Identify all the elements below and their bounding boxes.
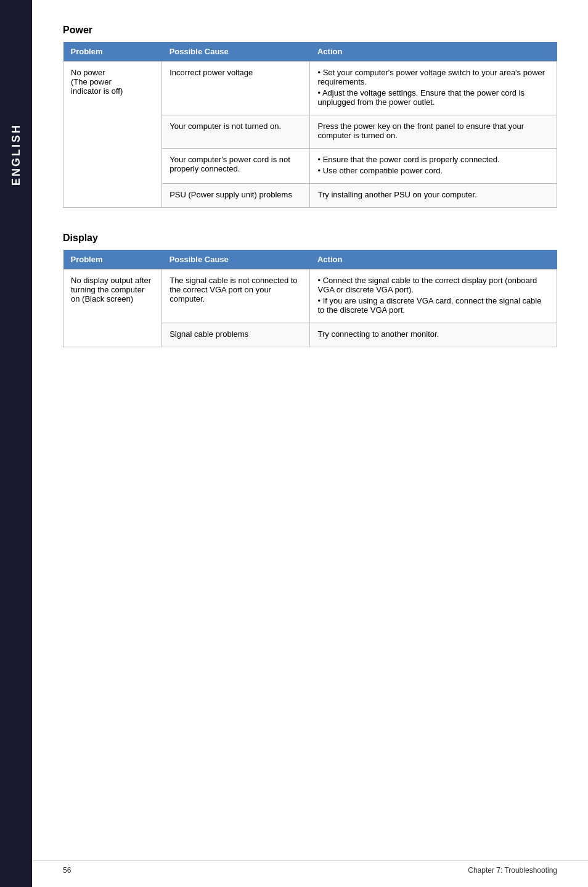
display-action-cell: Try connecting to another monitor. xyxy=(310,323,557,347)
power-header-cause: Possible Cause xyxy=(162,42,310,62)
power-header-problem: Problem xyxy=(63,42,162,62)
footer: 56 Chapter 7: Troubleshooting xyxy=(32,860,588,875)
table-row: No display output after turning the comp… xyxy=(63,270,557,323)
footer-chapter: Chapter 7: Troubleshooting xyxy=(468,866,557,875)
display-header-problem: Problem xyxy=(63,250,162,270)
display-table: Problem Possible Cause Action No display… xyxy=(63,250,557,347)
power-action-cell: • Ensure that the power cord is properly… xyxy=(310,149,557,184)
display-action-cell: • Connect the signal cable to the correc… xyxy=(310,270,557,323)
table-row: No power(The powerindicator is off)Incor… xyxy=(63,62,557,115)
display-table-header-row: Problem Possible Cause Action xyxy=(63,250,557,270)
power-table: Problem Possible Cause Action No power(T… xyxy=(63,42,557,208)
page-number: 56 xyxy=(63,866,71,875)
power-cause-cell: Your computer is not turned on. xyxy=(162,115,310,149)
power-action-cell: Try installing another PSU on your compu… xyxy=(310,184,557,208)
sidebar: ENGLISH xyxy=(0,0,32,887)
power-cause-cell: PSU (Power supply unit) problems xyxy=(162,184,310,208)
power-cause-cell: Your computer's power cord is not proper… xyxy=(162,149,310,184)
power-section-title: Power xyxy=(63,25,557,36)
display-cause-cell: Signal cable problems xyxy=(162,323,310,347)
power-action-cell: • Set your computer's power voltage swit… xyxy=(310,62,557,115)
power-action-cell: Press the power key on the front panel t… xyxy=(310,115,557,149)
power-cause-cell: Incorrect power voltage xyxy=(162,62,310,115)
display-section-title: Display xyxy=(63,233,557,244)
display-problem-cell: No display output after turning the comp… xyxy=(63,270,162,347)
display-header-cause: Possible Cause xyxy=(162,250,310,270)
main-content: Power Problem Possible Cause Action No p… xyxy=(32,0,588,887)
page-wrapper: ENGLISH Power Problem Possible Cause Act… xyxy=(0,0,588,887)
sidebar-label: ENGLISH xyxy=(10,123,23,186)
display-cause-cell: The signal cable is not connected to the… xyxy=(162,270,310,323)
display-section: Display Problem Possible Cause Action No… xyxy=(63,233,557,347)
power-table-header-row: Problem Possible Cause Action xyxy=(63,42,557,62)
power-problem-cell: No power(The powerindicator is off) xyxy=(63,62,162,208)
power-header-action: Action xyxy=(310,42,557,62)
display-header-action: Action xyxy=(310,250,557,270)
power-section: Power Problem Possible Cause Action No p… xyxy=(63,25,557,208)
